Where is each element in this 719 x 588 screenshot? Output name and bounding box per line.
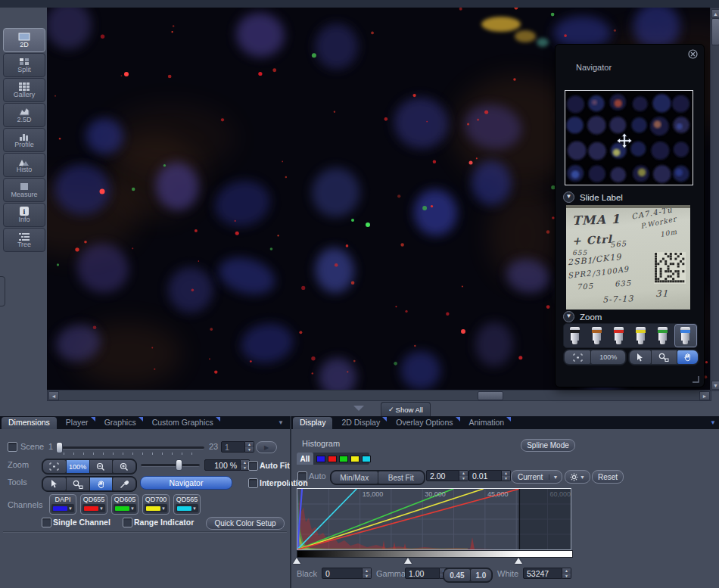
- tab-player[interactable]: Player: [59, 417, 95, 429]
- zoom-100-button[interactable]: 100%: [67, 460, 89, 473]
- threshold-spinner[interactable]: 0.01 ▲▼: [468, 470, 511, 481]
- zoom-region-tool-button[interactable]: [652, 350, 677, 364]
- auto-fit-checkbox[interactable]: [248, 461, 258, 471]
- single-channel-checkbox[interactable]: [42, 518, 51, 527]
- reset-button[interactable]: Reset: [592, 470, 624, 484]
- black-spinner[interactable]: 0 ▲▼: [322, 568, 372, 579]
- sidebar-item-gallery[interactable]: Gallery: [3, 78, 45, 102]
- spline-mode-button[interactable]: Spline Mode: [521, 439, 575, 452]
- navigator-button[interactable]: Navigator: [140, 476, 232, 490]
- tab-graphics[interactable]: Graphics: [98, 417, 143, 429]
- channel-button-dapi[interactable]: DAPI ▼: [49, 494, 76, 515]
- sidebar-item-25d[interactable]: 2.5D: [3, 103, 45, 127]
- tab-custom-graphics[interactable]: Custom Graphics: [145, 417, 220, 429]
- collapse-panels-icon[interactable]: [353, 405, 365, 412]
- sidebar-item-histo[interactable]: Histo: [3, 153, 45, 177]
- min-max-button[interactable]: Min/Max: [331, 471, 378, 484]
- objective-2x-button[interactable]: [587, 325, 608, 347]
- all-channels-tab[interactable]: All: [297, 453, 313, 465]
- pan-tool-button[interactable]: [90, 478, 113, 490]
- collapse-zoom-icon[interactable]: ▼: [563, 311, 574, 322]
- objective-10x-button[interactable]: [630, 325, 652, 347]
- side-panel-handle[interactable]: [0, 276, 5, 306]
- tab-animation[interactable]: Animation: [462, 417, 512, 429]
- swatch-qd605[interactable]: [339, 456, 348, 462]
- spin-down-icon[interactable]: ▼: [562, 574, 571, 579]
- channel-button-qd605[interactable]: QD605 ▼: [111, 494, 139, 515]
- tab-overlay-options[interactable]: Overlay Options: [389, 417, 459, 429]
- objective-1x-button[interactable]: [565, 325, 586, 347]
- scene-checkbox[interactable]: [8, 442, 17, 452]
- interpolation-checkbox[interactable]: [248, 478, 258, 488]
- scroll-down-icon[interactable]: ▼: [711, 381, 719, 390]
- scroll-up-icon[interactable]: ▲: [711, 9, 719, 18]
- vscroll-thumb[interactable]: [711, 18, 719, 45]
- pan-tool-button[interactable]: [677, 350, 699, 364]
- chevron-down-icon[interactable]: ▼: [130, 506, 135, 511]
- zoom-slider[interactable]: [141, 462, 200, 472]
- sidebar-item-info[interactable]: i Info: [3, 203, 45, 227]
- black-point-handle[interactable]: [293, 558, 300, 564]
- swatch-dapi[interactable]: [316, 456, 325, 462]
- show-all-button[interactable]: ✓ Show All: [381, 402, 431, 416]
- objective-40x-button[interactable]: [674, 324, 697, 347]
- quick-color-setup-button[interactable]: Quick Color Setup: [206, 517, 285, 530]
- histogram-plot[interactable]: 15,00030,00045,00060,000: [297, 488, 571, 550]
- auto-checkbox[interactable]: [297, 471, 307, 481]
- panel-resize-handle[interactable]: [692, 375, 699, 383]
- scene-position-spinner[interactable]: 1 ▲▼: [221, 441, 254, 453]
- best-fit-percent-spinner[interactable]: 2.00 ▲▼: [426, 470, 468, 481]
- swatch-qd565[interactable]: [362, 456, 371, 462]
- gamma-handle[interactable]: [404, 558, 412, 564]
- swatch-qd655[interactable]: [328, 456, 337, 462]
- white-spinner[interactable]: 53247 ▲▼: [523, 568, 571, 579]
- range-indicator-checkbox[interactable]: [123, 518, 132, 527]
- zoom-out-button[interactable]: [90, 460, 113, 473]
- gamma-045-button[interactable]: 0.45: [444, 569, 470, 581]
- sidebar-item-2d[interactable]: 2D: [3, 28, 45, 52]
- close-icon[interactable]: [688, 49, 698, 59]
- levels-gradient-bar[interactable]: [297, 550, 573, 558]
- spin-down-icon[interactable]: ▼: [363, 574, 371, 579]
- apply-scope-dropdown[interactable]: Current ▼: [511, 470, 562, 484]
- chevron-down-icon[interactable]: ▼: [99, 506, 104, 511]
- sidebar-item-tree[interactable]: Tree: [3, 228, 45, 252]
- cursor-tool-button[interactable]: [630, 350, 651, 364]
- best-fit-button[interactable]: Best Fit: [378, 471, 425, 484]
- scene-play-button[interactable]: ▶: [256, 441, 277, 453]
- zoom-in-button[interactable]: [113, 460, 135, 473]
- sidebar-item-split[interactable]: Split: [3, 53, 45, 77]
- sidebar-item-measure[interactable]: Measure: [3, 178, 45, 202]
- cursor-tool-button[interactable]: [43, 478, 66, 490]
- spin-down-icon[interactable]: ▼: [459, 476, 468, 481]
- right-tabbar-menu-icon[interactable]: ▼: [710, 419, 716, 426]
- zoom-percent-spinner[interactable]: 100 % ▲▼: [204, 459, 250, 471]
- histogram-settings-button[interactable]: ▼: [565, 470, 590, 484]
- scene-slider[interactable]: [56, 445, 204, 456]
- chevron-down-icon[interactable]: ▼: [161, 506, 166, 511]
- channel-button-qd700[interactable]: QD700 ▼: [142, 494, 170, 515]
- swatch-qd700[interactable]: [350, 456, 360, 462]
- chevron-down-icon[interactable]: ▼: [192, 506, 197, 511]
- left-tabbar-menu-icon[interactable]: ▼: [278, 419, 284, 426]
- color-picker-tool-button[interactable]: [113, 478, 135, 490]
- tab-dimensions[interactable]: Dimensions: [2, 417, 57, 429]
- gamma-10-button[interactable]: 1.0: [471, 569, 491, 581]
- tab-2d-display[interactable]: 2D Display: [335, 417, 387, 429]
- tab-display[interactable]: Display: [293, 417, 332, 429]
- channel-button-qd565[interactable]: QD565 ▼: [173, 494, 201, 515]
- collapse-slide-label-icon[interactable]: ▼: [563, 191, 574, 203]
- vertical-scrollbar[interactable]: ▲ ▼: [710, 8, 719, 391]
- objective-20x-button[interactable]: [652, 325, 674, 347]
- sidebar-item-profile[interactable]: Profile: [3, 128, 45, 152]
- nav-zoom-percent-button[interactable]: 100%: [591, 350, 625, 364]
- channel-button-qd655[interactable]: QD655 ▼: [80, 494, 107, 515]
- zoom-fit-button[interactable]: [565, 350, 590, 364]
- chevron-down-icon[interactable]: ▼: [549, 474, 562, 480]
- spin-down-icon[interactable]: ▼: [502, 476, 510, 481]
- white-point-handle[interactable]: [515, 558, 522, 564]
- zoom-fit-button[interactable]: [43, 460, 66, 473]
- chevron-down-icon[interactable]: ▼: [68, 506, 73, 511]
- scene-spin-down-icon[interactable]: ▼: [245, 447, 254, 453]
- zoom-region-tool-button[interactable]: [67, 478, 89, 490]
